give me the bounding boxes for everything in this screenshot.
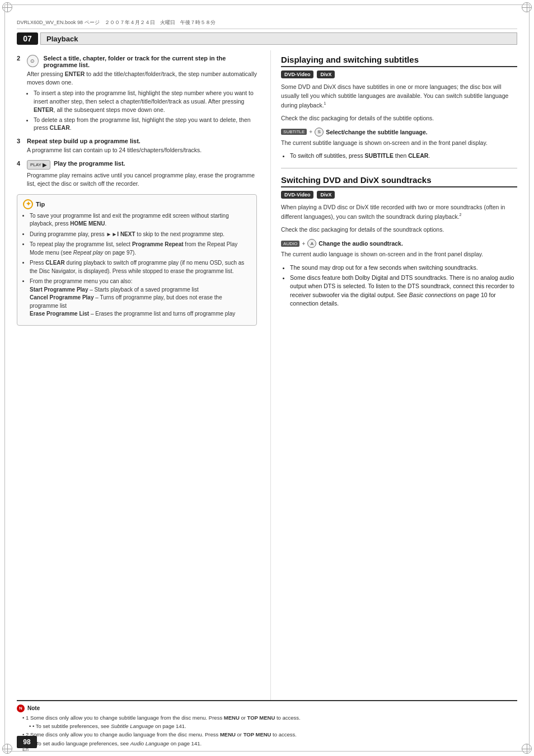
section-soundtracks-badges: DVD-Video DivX (281, 191, 517, 199)
step-4-header: 4 PLAY ▶ Play the programme list. (17, 160, 257, 170)
note-label: Note (27, 705, 40, 711)
tip-item-1: To save your programme list and exit the… (30, 212, 251, 228)
section-divider (281, 168, 517, 168)
audio-circle-btn: A (307, 239, 316, 248)
step-4: 4 PLAY ▶ Play the programme list. Progra… (17, 160, 257, 188)
tip-icon: ✦ (23, 199, 33, 209)
main-content: 2 ⊙ Select a title, chapter, folder or t… (17, 50, 517, 700)
section-subtitles-heading: Displaying and switching subtitles (281, 55, 517, 67)
step-2-header: 2 ⊙ Select a title, chapter, folder or t… (17, 55, 257, 68)
step-2-bullet-2: To delete a step from the programme list… (34, 116, 257, 132)
header-file-info: DVRLX60D_WV_EN.book 98 ページ ２００７年４月２４日 火曜… (17, 19, 517, 26)
subtitle-action-body: The current subtitle language is shown o… (281, 139, 517, 148)
step-3-number: 3 (17, 138, 24, 144)
subtitle-remote-badge: SUBTITLE (281, 129, 307, 135)
section-subtitles-body2: Check the disc packaging for details of … (281, 114, 517, 123)
nav-dial-icon: ⊙ (27, 55, 39, 67)
section-subtitles-body1: Some DVD and DivX discs have subtitles i… (281, 83, 517, 110)
tip-item-5: From the programme menu you can also: St… (30, 278, 251, 318)
audio-remote-badge: AUDIO (281, 241, 299, 247)
tip-item-4: Press CLEAR during playback to switch of… (30, 259, 251, 275)
step-2-bullet-1: To insert a step into the programme list… (34, 89, 257, 114)
step-4-title: Play the programme list. (54, 160, 125, 167)
page-lang-label: En (22, 746, 29, 752)
main-title-bar: Playback (40, 32, 517, 45)
note-header: N Note (17, 705, 517, 712)
page-title: Playback (46, 35, 78, 43)
divx-badge-2: DivX (317, 191, 335, 199)
audio-action-body: The current audio language is shown on-s… (281, 250, 517, 259)
step-2-body: After pressing ENTER to add the title/ch… (27, 70, 257, 132)
step-2-number: 2 (17, 55, 24, 62)
audio-bullet-1: The sound may drop out for a few seconds… (290, 264, 517, 272)
dvd-video-badge-2: DVD-Video (281, 191, 313, 199)
step-3-body: A programme list can contain up to 24 ti… (27, 146, 257, 154)
step-3-header: 3 Repeat step build up a programme list. (17, 138, 257, 144)
audio-action-label: Change the audio soundtrack. (318, 240, 403, 247)
tip-box: ✦ Tip To save your programme list and ex… (17, 194, 257, 326)
tip-header: ✦ Tip (23, 199, 251, 209)
subtitle-circle-btn: S (315, 128, 324, 137)
tip-list: To save your programme list and exit the… (30, 212, 251, 318)
right-column: Displaying and switching subtitles DVD-V… (270, 50, 517, 700)
note-item-3: 2 Some discs only allow you to change au… (17, 731, 517, 738)
subtitle-action-label: Select/change the subtitle language. (326, 129, 427, 135)
tip-item-2: During programme play, press ►►I NEXT to… (30, 231, 251, 239)
chapter-badge: 07 (17, 32, 38, 45)
subtitle-sub-bullets: To switch off subtitles, press SUBTITLE … (290, 152, 517, 160)
section-subtitles: Displaying and switching subtitles DVD-V… (281, 55, 517, 160)
left-column: 2 ⊙ Select a title, chapter, folder or t… (17, 50, 257, 700)
section-soundtracks-body1: When playing a DVD disc or DivX title re… (281, 203, 517, 221)
play-button-icon: PLAY ▶ (27, 160, 50, 170)
note-list: 1 Some discs only allow you to change su… (17, 714, 517, 747)
step-2-bullets: To insert a step into the programme list… (34, 89, 257, 132)
plus-icon-2: + (302, 241, 305, 247)
section-soundtracks-body2: Check the disc packaging for details of … (281, 226, 517, 234)
step-3: 3 Repeat step build up a programme list.… (17, 138, 257, 154)
subtitle-bullet-1: To switch off subtitles, press SUBTITLE … (290, 152, 517, 160)
audio-bullet-2: Some discs feature both Dolby Digital an… (290, 274, 517, 308)
step-3-title: Repeat step build up a programme list. (27, 138, 140, 144)
section-subtitles-badges: DVD-Video DivX (281, 71, 517, 78)
note-item-1: 1 Some discs only allow you to change su… (17, 714, 517, 721)
section-soundtracks: Switching DVD and DivX soundtracks DVD-V… (281, 175, 517, 308)
step-4-number: 4 (17, 160, 24, 167)
header: DVRLX60D_WV_EN.book 98 ページ ２００７年４月２４日 火曜… (17, 17, 517, 29)
audio-action-row: AUDIO + A Change the audio soundtrack. (281, 239, 517, 248)
audio-sub-bullets: The sound may drop out for a few seconds… (290, 264, 517, 308)
step-2-title: Select a title, chapter, folder or track… (44, 55, 257, 68)
dvd-video-badge-1: DVD-Video (281, 71, 313, 78)
section-soundtracks-heading: Switching DVD and DivX soundtracks (281, 175, 517, 187)
note-item-4: • To set audio language preferences, see… (17, 740, 517, 747)
note-item-2: • To set subtitle preferences, see Subti… (17, 722, 517, 730)
step-2: 2 ⊙ Select a title, chapter, folder or t… (17, 55, 257, 132)
step-4-body: Programme play remains active until you … (27, 171, 257, 188)
footer-note: N Note 1 Some discs only allow you to ch… (17, 700, 517, 748)
tip-item-3: To repeat play the programme list, selec… (30, 241, 251, 257)
note-icon: N (17, 705, 25, 712)
subtitle-action-row: SUBTITLE + S Select/change the subtitle … (281, 128, 517, 137)
divx-badge-1: DivX (317, 71, 335, 78)
tip-label: Tip (36, 201, 45, 208)
plus-icon-1: + (309, 129, 312, 135)
